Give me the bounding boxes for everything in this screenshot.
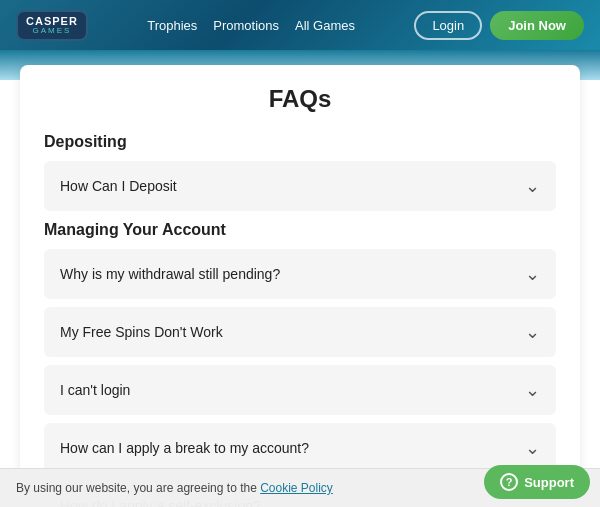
support-icon: ?	[500, 473, 518, 491]
logo-top-text: CASPER	[26, 16, 78, 27]
site-header: CASPER GAMES Trophies Promotions All Gam…	[0, 0, 600, 50]
faq-question-free-spins: My Free Spins Don't Work	[60, 324, 223, 340]
support-button[interactable]: ? Support	[484, 465, 590, 499]
faq-question-login: I can't login	[60, 382, 130, 398]
section-title-depositing: Depositing	[44, 133, 556, 151]
faq-item-break[interactable]: How can I apply a break to my account? ⌄	[44, 423, 556, 473]
cookie-text: By using our website, you are agreeing t…	[16, 481, 333, 495]
chevron-down-icon: ⌄	[525, 263, 540, 285]
main-content: FAQs Depositing How Can I Deposit ⌄ Mana…	[20, 65, 580, 507]
logo-box: CASPER GAMES	[16, 10, 88, 41]
chevron-down-icon: ⌄	[525, 437, 540, 459]
join-now-button[interactable]: Join Now	[490, 11, 584, 40]
faq-item-free-spins[interactable]: My Free Spins Don't Work ⌄	[44, 307, 556, 357]
login-button[interactable]: Login	[414, 11, 482, 40]
logo-bottom-text: GAMES	[32, 27, 71, 35]
faq-item-deposit[interactable]: How Can I Deposit ⌄	[44, 161, 556, 211]
nav-all-games[interactable]: All Games	[295, 18, 355, 33]
faq-item-withdrawal[interactable]: Why is my withdrawal still pending? ⌄	[44, 249, 556, 299]
chevron-down-icon: ⌄	[525, 321, 540, 343]
nav-promotions[interactable]: Promotions	[213, 18, 279, 33]
main-nav: Trophies Promotions All Games	[147, 18, 355, 33]
faq-question-break: How can I apply a break to my account?	[60, 440, 309, 456]
header-buttons: Login Join Now	[414, 11, 584, 40]
support-label: Support	[524, 475, 574, 490]
nav-trophies[interactable]: Trophies	[147, 18, 197, 33]
faq-question-deposit: How Can I Deposit	[60, 178, 177, 194]
logo[interactable]: CASPER GAMES	[16, 10, 88, 41]
chevron-down-icon: ⌄	[525, 175, 540, 197]
section-title-account: Managing Your Account	[44, 221, 556, 239]
page-title: FAQs	[44, 85, 556, 113]
faq-item-login[interactable]: I can't login ⌄	[44, 365, 556, 415]
faq-question-withdrawal: Why is my withdrawal still pending?	[60, 266, 280, 282]
cookie-policy-link[interactable]: Cookie Policy	[260, 481, 333, 495]
chevron-down-icon: ⌄	[525, 379, 540, 401]
